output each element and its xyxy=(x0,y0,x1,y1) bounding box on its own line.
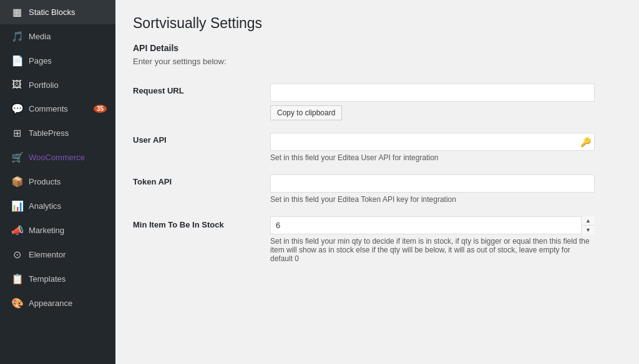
media-icon: 🎵 xyxy=(11,31,22,42)
sidebar-label-templates: Templates xyxy=(29,274,107,284)
user-api-wrapper: 🔑 xyxy=(270,133,595,151)
sidebar-item-templates[interactable]: 📋 Templates xyxy=(0,267,115,291)
sidebar-item-appearance[interactable]: 🎨 Appearance xyxy=(0,291,115,315)
user-api-key-icon: 🔑 xyxy=(580,137,591,147)
comments-badge: 35 xyxy=(94,105,107,113)
sidebar-label-woocommerce: WooCommerce xyxy=(29,153,107,162)
token-api-input[interactable] xyxy=(270,175,595,193)
request-url-input[interactable] xyxy=(270,84,595,102)
sidebar-item-media[interactable]: 🎵 Media xyxy=(0,24,115,49)
sidebar-label-media: Media xyxy=(29,32,107,41)
user-api-note: Set in this field your Editea User API f… xyxy=(270,153,595,162)
token-api-label: Token API xyxy=(133,177,172,186)
sidebar-item-portfolio[interactable]: 🖼 Portfolio xyxy=(0,73,115,97)
sidebar-item-comments[interactable]: 💬 Comments 35 xyxy=(0,97,115,121)
page-title: Sortvisually Settings xyxy=(133,15,622,32)
products-icon: 📦 xyxy=(11,176,22,188)
comments-icon: 💬 xyxy=(11,103,22,115)
sidebar-item-tablepress[interactable]: ⊞ TablePress xyxy=(0,121,115,145)
user-api-label: User API xyxy=(133,135,167,145)
sidebar-item-analytics[interactable]: 📊 Analytics xyxy=(0,194,115,218)
pages-icon: 📄 xyxy=(11,55,22,67)
spin-buttons: ▲ ▼ xyxy=(581,216,595,234)
sidebar-label-static-blocks: Static Blocks xyxy=(29,7,107,17)
analytics-icon: 📊 xyxy=(11,200,22,212)
static-blocks-icon: ▦ xyxy=(11,6,22,18)
user-api-row: User API 🔑 Set in this field your Editea… xyxy=(133,127,622,168)
tablepress-icon: ⊞ xyxy=(11,127,22,139)
settings-form: Request URL Copy to clipboard User API 🔑… xyxy=(133,77,622,269)
spin-up-button[interactable]: ▲ xyxy=(582,216,595,226)
min-item-stock-label: Min Item To Be In Stock xyxy=(133,220,224,229)
sidebar-item-marketing[interactable]: 📣 Marketing xyxy=(0,218,115,242)
request-url-label: Request URL xyxy=(133,86,184,95)
min-item-stock-input[interactable] xyxy=(270,216,595,234)
sidebar-label-elementor: Elementor xyxy=(29,250,107,259)
spin-down-button[interactable]: ▼ xyxy=(582,226,595,234)
sidebar-label-analytics: Analytics xyxy=(29,201,107,211)
sidebar-label-marketing: Marketing xyxy=(29,226,107,235)
min-item-stock-note: Set in this field your min qty to decide… xyxy=(270,237,595,263)
sidebar-label-pages: Pages xyxy=(29,56,107,65)
token-api-row: Token API Set in this field your Editea … xyxy=(133,168,622,210)
marketing-icon: 📣 xyxy=(11,224,22,236)
appearance-icon: 🎨 xyxy=(11,297,22,309)
request-url-row: Request URL Copy to clipboard xyxy=(133,77,622,127)
sidebar-label-tablepress: TablePress xyxy=(29,128,107,138)
min-item-stock-wrapper: ▲ ▼ xyxy=(270,216,595,234)
sidebar-item-static-blocks[interactable]: ▦ Static Blocks xyxy=(0,0,115,24)
sidebar-label-appearance: Appearance xyxy=(29,299,107,308)
sidebar-label-comments: Comments xyxy=(29,104,87,113)
token-api-note: Set in this field your Editea Token API … xyxy=(270,195,595,204)
user-api-input[interactable] xyxy=(270,133,595,151)
sidebar: ▦ Static Blocks 🎵 Media 📄 Pages 🖼 Portfo… xyxy=(0,0,115,364)
api-details-title: API Details xyxy=(133,43,622,53)
sidebar-item-products[interactable]: 📦 Products xyxy=(0,170,115,194)
sidebar-label-products: Products xyxy=(29,177,107,186)
sidebar-item-elementor[interactable]: ⊙ Elementor xyxy=(0,242,115,267)
templates-icon: 📋 xyxy=(11,273,22,285)
sidebar-item-pages[interactable]: 📄 Pages xyxy=(0,49,115,73)
elementor-icon: ⊙ xyxy=(11,249,22,261)
main-content: Sortvisually Settings API Details Enter … xyxy=(115,0,639,364)
copy-to-clipboard-button[interactable]: Copy to clipboard xyxy=(270,105,342,120)
woocommerce-icon: 🛒 xyxy=(11,151,22,163)
sidebar-item-woocommerce[interactable]: 🛒 WooCommerce xyxy=(0,145,115,170)
min-item-stock-row: Min Item To Be In Stock ▲ ▼ Set in this … xyxy=(133,210,622,269)
portfolio-icon: 🖼 xyxy=(11,79,22,90)
api-details-desc: Enter your settings below: xyxy=(133,57,622,66)
sidebar-label-portfolio: Portfolio xyxy=(29,80,107,90)
